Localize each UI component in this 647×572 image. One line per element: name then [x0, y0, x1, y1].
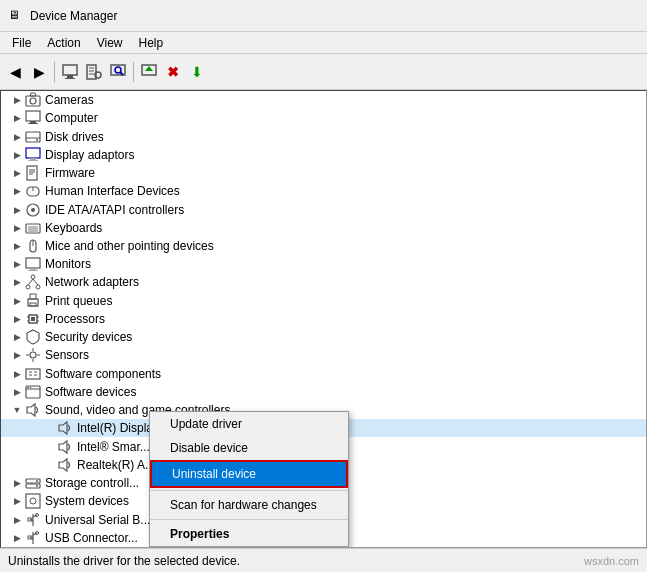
tree-item-disk-drives[interactable]: ▶ Disk drives [1, 127, 646, 145]
network-icon [25, 274, 41, 290]
expand-network[interactable]: ▶ [9, 274, 25, 290]
expand-usb[interactable]: ▶ [9, 512, 25, 528]
computer-icon [25, 110, 41, 126]
expand-storage[interactable]: ▶ [9, 475, 25, 491]
expand-ide[interactable]: ▶ [9, 202, 25, 218]
tree-item-ide[interactable]: ▶ IDE ATA/ATAPI controllers [1, 200, 646, 218]
tree-item-security[interactable]: ▶ Security devices [1, 328, 646, 346]
toolbar-separator-2 [133, 62, 134, 82]
expand-software-devices[interactable]: ▶ [9, 384, 25, 400]
expand-cameras[interactable]: ▶ [9, 92, 25, 108]
forward-button[interactable]: ▶ [28, 61, 50, 83]
context-menu: Update driver Disable device Uninstall d… [149, 411, 349, 547]
context-menu-disable-device[interactable]: Disable device [150, 436, 348, 460]
update-driver-button[interactable] [138, 61, 160, 83]
context-menu-uninstall-device[interactable]: Uninstall device [150, 460, 348, 488]
context-menu-update-driver[interactable]: Update driver [150, 412, 348, 436]
svg-point-76 [36, 485, 38, 487]
context-menu-separator [150, 490, 348, 491]
context-menu-properties[interactable]: Properties [150, 522, 348, 546]
svg-rect-16 [26, 111, 40, 121]
status-bar: Uninstalls the driver for the selected d… [0, 548, 647, 572]
expand-sound[interactable]: ▼ [9, 402, 25, 418]
expand-software-components[interactable]: ▶ [9, 366, 25, 382]
title-bar: 🖥 Device Manager [0, 0, 647, 32]
back-button[interactable]: ◀ [4, 61, 26, 83]
expand-keyboards[interactable]: ▶ [9, 220, 25, 236]
svg-marker-15 [30, 93, 36, 96]
tree-item-firmware[interactable]: ▶ Firmware [1, 164, 646, 182]
expand-print[interactable]: ▶ [9, 293, 25, 309]
hid-icon [25, 183, 41, 199]
svg-point-42 [26, 285, 30, 289]
context-menu-separator-2 [150, 519, 348, 520]
tree-item-cameras[interactable]: ▶ Cameras [1, 91, 646, 109]
tree-item-monitors[interactable]: ▶ Monitors [1, 255, 646, 273]
svg-marker-70 [59, 422, 67, 434]
tree-item-processors[interactable]: ▶ Processors [1, 310, 646, 328]
tree-item-mice[interactable]: ▶ Mice and other pointing devices [1, 237, 646, 255]
expand-sensors[interactable]: ▶ [9, 347, 25, 363]
usb-connector-icon [25, 530, 41, 546]
expand-computer[interactable]: ▶ [9, 110, 25, 126]
expand-firmware[interactable]: ▶ [9, 165, 25, 181]
expand-system[interactable]: ▶ [9, 493, 25, 509]
tree-item-print[interactable]: ▶ Print queues [1, 292, 646, 310]
menu-file[interactable]: File [4, 34, 39, 51]
menu-bar: File Action View Help [0, 32, 647, 54]
svg-rect-1 [67, 75, 73, 78]
expand-display[interactable]: ▶ [9, 147, 25, 163]
expand-processors[interactable]: ▶ [9, 311, 25, 327]
svg-rect-60 [26, 369, 40, 379]
expand-monitors[interactable]: ▶ [9, 256, 25, 272]
system-icon [25, 493, 41, 509]
security-icon [25, 329, 41, 345]
svg-point-43 [36, 285, 40, 289]
tree-item-computer[interactable]: ▶ Computer [1, 109, 646, 127]
intel-display-icon [57, 420, 73, 436]
device-manager-button[interactable] [59, 61, 81, 83]
svg-point-41 [31, 275, 35, 279]
expand-security[interactable]: ▶ [9, 329, 25, 345]
svg-point-21 [36, 139, 38, 141]
svg-rect-0 [63, 65, 77, 75]
expand-usb-connector[interactable]: ▶ [9, 530, 25, 546]
expand-mice[interactable]: ▶ [9, 238, 25, 254]
svg-point-67 [27, 387, 29, 389]
properties-button[interactable] [83, 61, 105, 83]
expand-hid[interactable]: ▶ [9, 183, 25, 199]
svg-point-68 [30, 387, 32, 389]
svg-marker-72 [59, 459, 67, 471]
svg-rect-18 [28, 123, 38, 124]
menu-help[interactable]: Help [131, 34, 172, 51]
usb-icon [25, 512, 41, 528]
download-button[interactable]: ⬇ [186, 61, 208, 83]
ide-icon [25, 202, 41, 218]
tree-item-keyboards[interactable]: ▶ Keyboards [1, 219, 646, 237]
title-bar-text: Device Manager [30, 9, 117, 23]
tree-item-network[interactable]: ▶ Network adapters [1, 273, 646, 291]
svg-rect-39 [30, 268, 36, 270]
svg-marker-69 [27, 404, 35, 416]
cameras-icon [25, 92, 41, 108]
svg-line-44 [28, 279, 33, 285]
svg-marker-12 [145, 66, 153, 71]
svg-point-78 [30, 498, 36, 504]
svg-rect-22 [26, 148, 40, 158]
uninstall-button[interactable]: ✖ [162, 61, 184, 83]
svg-point-75 [36, 480, 38, 482]
tree-item-software-components[interactable]: ▶ Software components [1, 365, 646, 383]
menu-action[interactable]: Action [39, 34, 88, 51]
context-menu-scan[interactable]: Scan for hardware changes [150, 493, 348, 517]
tree-item-software-devices[interactable]: ▶ Software devices [1, 383, 646, 401]
tree-item-sensors[interactable]: ▶ Sensors [1, 346, 646, 364]
toolbar: ◀ ▶ ✖ ⬇ [0, 54, 647, 90]
scan-button[interactable] [107, 61, 129, 83]
tree-item-display[interactable]: ▶ Display adaptors [1, 146, 646, 164]
tree-item-hid[interactable]: ▶ Human Interface Devices [1, 182, 646, 200]
svg-line-45 [33, 279, 38, 285]
svg-point-14 [30, 98, 36, 104]
device-tree[interactable]: ▶ Cameras ▶ Computer ▶ Disk drives ▶ Dis… [0, 90, 647, 548]
menu-view[interactable]: View [89, 34, 131, 51]
expand-disk-drives[interactable]: ▶ [9, 129, 25, 145]
